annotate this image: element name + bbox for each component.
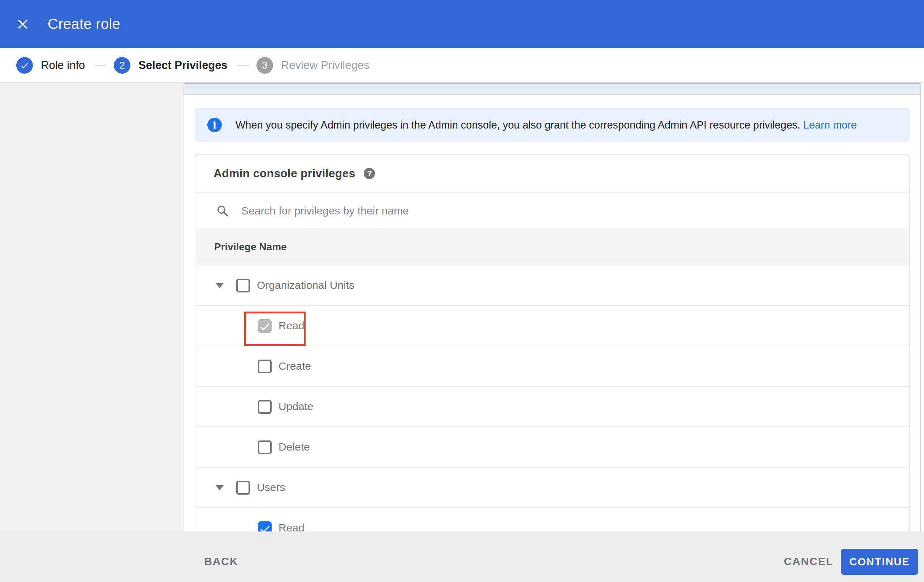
privilege-checkbox[interactable]: [258, 521, 272, 531]
privilege-checkbox[interactable]: [258, 359, 272, 373]
footer-action-bar: BACK CANCEL CONTINUE: [0, 531, 924, 582]
banner-text: When you specify Admin privileges in the…: [236, 119, 857, 131]
privilege-label: Organizational Units: [257, 279, 354, 291]
privilege-label: Update: [279, 401, 314, 413]
step-separator: [237, 64, 249, 66]
search-row: [195, 193, 909, 229]
back-button[interactable]: BACK: [204, 556, 238, 567]
privilege-row: Organizational Units: [195, 265, 909, 306]
privilege-table-header: Privilege Name: [195, 229, 909, 265]
expand-arrow-icon[interactable]: [216, 283, 224, 288]
step-select-privileges[interactable]: 2 Select Privileges: [114, 57, 227, 74]
step-label: Review Privileges: [281, 59, 370, 72]
privilege-label: Read: [279, 522, 305, 531]
privilege-checkbox[interactable]: [258, 440, 272, 454]
step-label: Role info: [41, 59, 85, 72]
privilege-checkbox[interactable]: [236, 279, 250, 292]
privilege-row: Read: [195, 508, 909, 531]
expand-arrow-icon[interactable]: [216, 485, 224, 490]
step-number-badge: 3: [256, 57, 273, 74]
info-icon: i: [207, 118, 222, 132]
info-banner: i When you specify Admin privileges in t…: [195, 108, 909, 142]
privilege-checkbox[interactable]: [236, 481, 250, 495]
learn-more-link[interactable]: Learn more: [804, 119, 857, 131]
privilege-checkbox[interactable]: [258, 400, 272, 414]
close-icon[interactable]: [15, 16, 31, 32]
privilege-label: Users: [257, 481, 285, 493]
card-title-row: Admin console privileges ?: [195, 155, 909, 193]
privilege-row: Create: [195, 346, 909, 387]
step-number-badge: 2: [114, 57, 130, 74]
privilege-checkbox[interactable]: [258, 319, 272, 333]
privilege-row: Read: [195, 306, 909, 346]
search-icon: [216, 204, 229, 218]
scrolled-content-strip: [184, 83, 920, 95]
cancel-button[interactable]: CANCEL: [784, 556, 833, 567]
step-complete-check-icon: [16, 57, 33, 74]
privilege-label: Delete: [279, 441, 310, 453]
search-input[interactable]: [241, 205, 783, 217]
stepper: Role info 2 Select Privileges 3 Review P…: [0, 48, 924, 83]
step-review-privileges: 3 Review Privileges: [256, 57, 370, 74]
app-bar: Create role: [0, 0, 924, 48]
privilege-row: Delete: [195, 427, 909, 468]
privileges-card: Admin console privileges ? Privilege Nam…: [195, 154, 909, 531]
step-separator: [94, 64, 107, 66]
privilege-rows: Organizational UnitsReadCreateUpdateDele…: [195, 265, 909, 531]
dialog-title: Create role: [48, 16, 120, 32]
left-gutter: [0, 83, 183, 531]
privilege-row: Users: [195, 468, 909, 508]
continue-button[interactable]: CONTINUE: [841, 549, 918, 575]
step-role-info[interactable]: Role info: [16, 57, 85, 74]
privilege-label: Read: [279, 320, 305, 332]
privilege-label: Create: [279, 360, 311, 372]
card-title: Admin console privileges: [213, 167, 355, 180]
help-icon[interactable]: ?: [364, 168, 375, 179]
content-panel: i When you specify Admin privileges in t…: [183, 83, 921, 531]
step-label: Select Privileges: [139, 59, 227, 72]
privilege-name-column-header: Privilege Name: [214, 241, 287, 253]
privilege-row: Update: [195, 387, 909, 427]
create-role-dialog: Create role Role info 2 Select Privilege…: [0, 0, 924, 582]
